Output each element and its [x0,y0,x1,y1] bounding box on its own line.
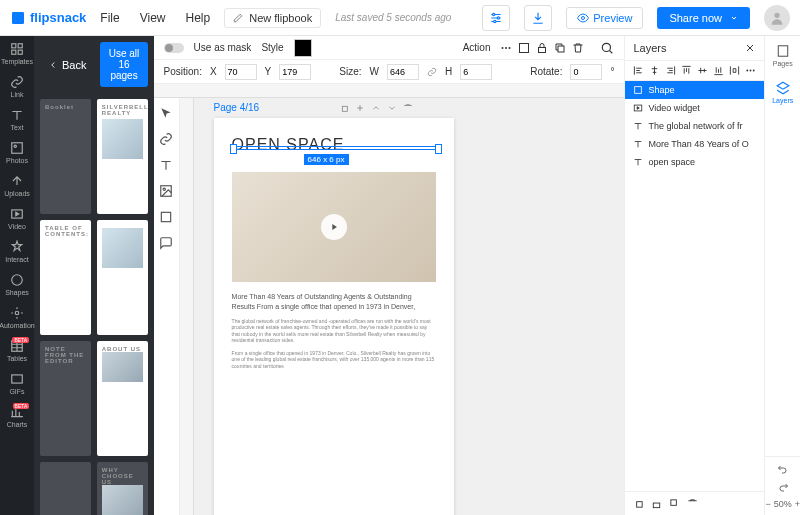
layer-duplicate-icon[interactable] [669,498,680,509]
distribute-icon[interactable] [729,65,740,76]
comment-tool-icon[interactable] [159,236,173,250]
redo-icon[interactable] [777,481,789,493]
x-input[interactable] [225,64,257,80]
sidebar-templates[interactable]: Templates [1,42,33,65]
page-thumbnail[interactable]: WHY CHOOSE US [97,462,148,515]
preview-button[interactable]: Preview [566,7,643,29]
image-tool-icon[interactable] [159,184,173,198]
sidebar-automation[interactable]: Automation [0,306,35,329]
shape-selection[interactable] [232,146,440,150]
sidebar-charts[interactable]: ChartsBETA [7,405,28,428]
video-widget[interactable] [232,172,436,282]
page-thumbnail[interactable]: SILVERBELL REALTY [97,99,148,214]
layers-panel: Layers ShapeVideo widgetThe global netwo… [624,36,764,515]
layers-tab[interactable]: Layers [772,81,793,104]
align-right-icon[interactable] [665,65,676,76]
layer-trash-icon[interactable] [687,498,698,509]
layer-item[interactable]: open space [625,153,764,171]
sidebar-shapes[interactable]: Shapes [5,273,29,296]
layer-item[interactable]: Shape [625,81,764,99]
sidebar-tables[interactable]: TablesBETA [7,339,27,362]
download-button[interactable] [524,5,552,31]
page-thumbnail[interactable]: NOTE FROM THE EDITOR [40,341,91,456]
menu-view[interactable]: View [140,11,166,25]
transparency-icon[interactable] [518,42,530,54]
sidebar-photos[interactable]: Photos [6,141,28,164]
sidebar-video[interactable]: Video [8,207,26,230]
logo[interactable]: flipsnack [10,10,86,26]
page-thumbnail[interactable]: Booklet [40,99,91,214]
trash-icon[interactable] [572,42,584,54]
sidebar-interact[interactable]: Interact [5,240,28,263]
color-swatch[interactable] [294,39,312,57]
copy-icon[interactable] [554,42,566,54]
link-dimensions-icon[interactable] [427,67,437,77]
page-thumbnail[interactable]: TABLE OF CONTENTS: [40,220,91,335]
search-icon[interactable] [600,41,614,55]
layer-copy-icon[interactable] [633,498,644,509]
settings-button[interactable] [482,5,510,31]
layer-lock-icon[interactable] [651,498,662,509]
page-thumbnail[interactable] [40,462,91,515]
page-canvas[interactable]: OPEN SPACE More Than 48 Years of Outstan… [214,118,454,515]
style-toolbar: Use as mask Style Action [154,36,625,60]
layers-icon [776,81,790,95]
menu-file[interactable]: File [100,11,119,25]
back-button[interactable]: Back [40,55,94,75]
more-icon[interactable] [500,42,512,54]
page-title[interactable]: OPEN SPACE [232,136,436,154]
canvas[interactable]: Page 4/16 OPEN SPACE [194,98,625,515]
text-tool-icon[interactable] [159,158,173,172]
sidebar-link[interactable]: Link [10,75,24,98]
play-button[interactable] [321,214,347,240]
layer-item[interactable]: The global network of fr [625,117,764,135]
video-icon [10,207,24,221]
align-center-v-icon[interactable] [697,65,708,76]
flipbook-title-input[interactable]: New flipbook [224,8,321,28]
duplicate-page-icon[interactable] [339,103,349,113]
align-left-icon[interactable] [633,65,644,76]
text-icon [633,121,643,131]
pages-tab[interactable]: Pages [773,44,793,67]
svg-rect-33 [637,502,643,508]
page-down-icon[interactable] [387,103,397,113]
delete-page-icon[interactable] [403,103,413,113]
body-text-1[interactable]: More Than 48 Years of Outstanding Agents… [232,292,436,312]
mask-toggle[interactable] [164,43,184,53]
align-more-icon[interactable] [745,65,756,76]
main-menu: File View Help [100,11,210,25]
link-tool-icon[interactable] [159,132,173,146]
lock-icon[interactable] [536,42,548,54]
close-icon[interactable] [744,42,756,54]
share-button[interactable]: Share now [657,7,750,29]
zoom-out-button[interactable]: − [765,499,770,509]
svg-point-3 [494,20,496,22]
align-bottom-icon[interactable] [713,65,724,76]
shape-tool-icon[interactable] [159,210,173,224]
body-text-3[interactable]: From a single office that opened in 1973… [232,350,436,370]
sidebar-text[interactable]: Text [10,108,24,131]
h-input[interactable] [460,64,492,80]
photos-icon [10,141,24,155]
use-all-pages-button[interactable]: Use all 16 pages [100,42,147,87]
menu-help[interactable]: Help [186,11,211,25]
zoom-in-button[interactable]: + [795,499,800,509]
align-top-icon[interactable] [681,65,692,76]
y-input[interactable] [279,64,311,80]
user-avatar[interactable] [764,5,790,31]
sidebar-uploads[interactable]: Uploads [4,174,30,197]
body-text-2[interactable]: The global network of franchise-owned an… [232,318,436,344]
page-thumbnail[interactable] [97,220,148,335]
w-input[interactable] [387,64,419,80]
align-center-h-icon[interactable] [649,65,660,76]
layer-item[interactable]: More Than 48 Years of O [625,135,764,153]
sidebar-gifs[interactable]: GIFs [9,372,24,395]
rotate-input[interactable] [570,64,602,80]
page-up-icon[interactable] [371,103,381,113]
page-thumbnail[interactable]: ABOUT US [97,341,148,456]
cursor-icon[interactable] [159,106,173,120]
layer-item[interactable]: Video widget [625,99,764,117]
position-label: Position: [164,66,202,77]
undo-icon[interactable] [777,463,789,475]
add-page-icon[interactable] [355,103,365,113]
